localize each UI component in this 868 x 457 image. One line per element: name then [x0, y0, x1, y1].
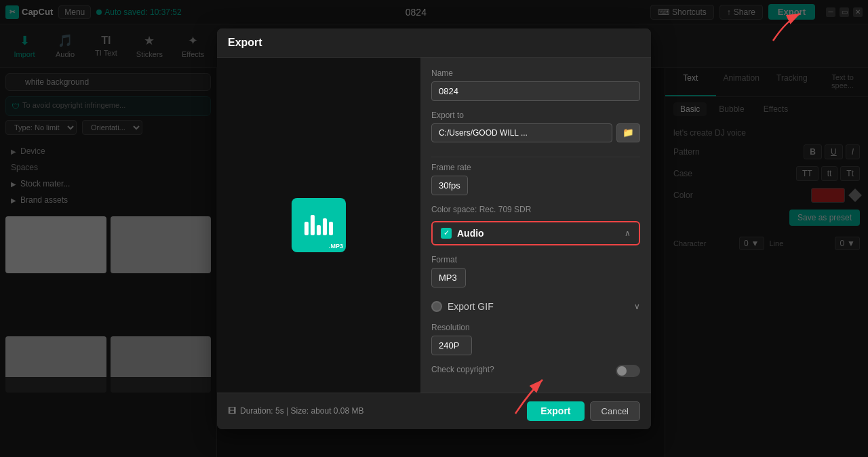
modal-cancel-button[interactable]: Cancel — [590, 401, 640, 421]
modal-footer: 🎞 Duration: 5s | Size: about 0.08 MB Exp… — [217, 393, 651, 429]
copyright-toggle-label: Check copyright? — [431, 365, 494, 374]
audio-checkbox[interactable]: ✓ — [441, 228, 452, 239]
folder-button[interactable]: 📁 — [616, 123, 640, 142]
audio-section-title: Audio — [457, 228, 484, 239]
duration-text: Duration: 5s | Size: about 0.08 MB — [240, 406, 364, 416]
gif-arrow: ∨ — [634, 302, 640, 311]
bar-3 — [317, 225, 321, 235]
frame-rate-select[interactable]: 30fps 24fps 60fps — [431, 176, 468, 195]
bar-5 — [329, 222, 333, 235]
spacer — [431, 152, 640, 157]
footer-info: 🎞 Duration: 5s | Size: about 0.08 MB — [228, 406, 364, 416]
export-to-label: Export to — [431, 111, 640, 120]
bar-2 — [311, 215, 315, 235]
resolution-label: Resolution — [431, 323, 640, 332]
name-label: Name — [431, 68, 640, 78]
copyright-toggle-row: Check copyright? — [431, 365, 640, 378]
modal-title: Export — [217, 28, 651, 58]
modal-body: .MP3 Name Export to 📁 — [217, 58, 651, 393]
frame-rate-label: Frame rate — [431, 163, 640, 172]
format-label: Format — [431, 255, 640, 264]
mp3-bars — [304, 215, 333, 235]
gif-toggle-row: Export GIF ∨ — [431, 297, 640, 316]
export-to-row: Export to 📁 — [431, 111, 640, 142]
film-icon: 🎞 — [228, 406, 236, 416]
name-field-row: Name — [431, 68, 640, 101]
footer-buttons: Export Cancel — [527, 401, 640, 421]
mp3-label: .MP3 — [329, 243, 343, 250]
mp3-preview-icon: .MP3 — [292, 198, 346, 252]
copyright-toggle-switch[interactable] — [616, 365, 640, 377]
format-row: Format MP3 AAC WAV — [431, 255, 640, 287]
bar-1 — [304, 222, 309, 235]
audio-section-toggle[interactable]: ✓ Audio ∧ — [431, 221, 640, 245]
modal-overlay: Export .MP3 — [0, 0, 868, 457]
export-modal: Export .MP3 — [217, 28, 651, 429]
modal-fields: Name Export to 📁 Frame rate — [420, 58, 651, 393]
name-input[interactable] — [431, 81, 640, 101]
modal-export-button[interactable]: Export — [527, 401, 584, 421]
bar-4 — [323, 218, 327, 235]
export-path-input[interactable] — [431, 123, 612, 142]
toggle-knob — [617, 366, 627, 376]
color-space-text: Color space: Rec. 709 SDR — [431, 205, 640, 214]
modal-preview: .MP3 — [217, 58, 420, 393]
frame-rate-row: Frame rate 30fps 24fps 60fps — [431, 163, 640, 195]
resolution-select[interactable]: 240P 480P 720P 1080P — [431, 336, 472, 355]
resolution-row: Resolution 240P 480P 720P 1080P — [431, 323, 640, 355]
export-to-field: 📁 — [431, 123, 640, 142]
format-select[interactable]: MP3 AAC WAV — [431, 268, 466, 287]
gif-label: Export GIF — [448, 301, 494, 312]
resolution-select-wrap: 240P 480P 720P 1080P — [431, 336, 640, 355]
audio-section-arrow: ∧ — [625, 228, 631, 238]
gif-toggle-circle[interactable] — [431, 301, 442, 312]
frame-rate-select-wrap: 30fps 24fps 60fps — [431, 176, 640, 195]
format-select-wrap: MP3 AAC WAV — [431, 268, 640, 287]
